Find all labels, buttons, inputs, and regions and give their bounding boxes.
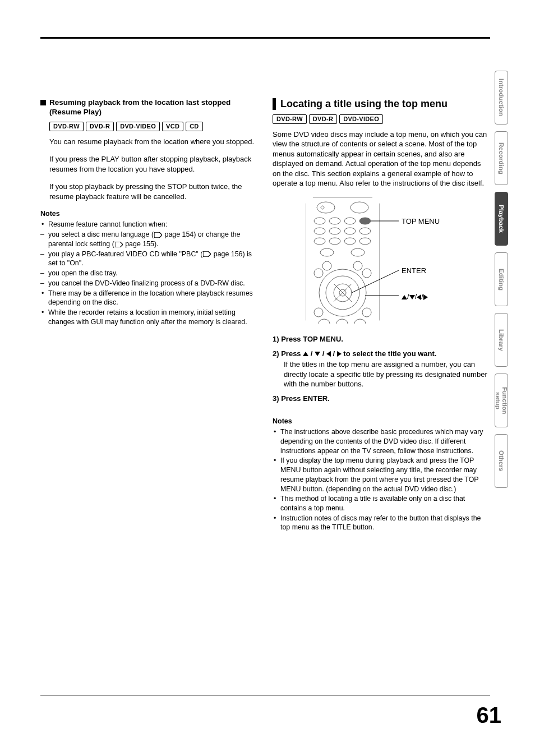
- note-text: There may be a difference in the locatio…: [48, 289, 253, 307]
- note-text: you cancel the DVD-Video finalizing proc…: [48, 279, 245, 287]
- note-item: If you display the top menu during playb…: [273, 456, 489, 494]
- note-item: Instruction notes of discs may refer to …: [273, 514, 489, 532]
- notes-heading-right: Notes: [273, 417, 489, 426]
- right-arrow-icon: [423, 294, 428, 300]
- svg-rect-1: [306, 197, 379, 326]
- step-2-lead: 2) Press: [273, 349, 303, 358]
- note-text: page 155).: [123, 240, 159, 248]
- label-arrows: ///: [402, 292, 428, 302]
- square-bullet-icon: [40, 100, 46, 105]
- right-arrow-icon: [337, 351, 342, 357]
- note-text: Instruction notes of discs may refer to …: [280, 514, 481, 532]
- down-arrow-icon: [315, 352, 320, 356]
- page-ref-icon: [154, 232, 162, 238]
- page-ref-icon: [203, 251, 211, 257]
- left-column: Resuming playback from the location last…: [40, 98, 257, 533]
- step-3: 3) Press ENTER.: [273, 394, 489, 404]
- right-column: Locating a title using the top menu DVD-…: [273, 98, 489, 533]
- step-2: 2) Press / / / to select the title you w…: [273, 349, 489, 389]
- notes-list-right: The instructions above describe basic pr…: [273, 427, 489, 532]
- step-2-line: 2) Press / / / to select the title you w…: [273, 349, 489, 359]
- resume-p3: If you stop playback by pressing the STO…: [49, 182, 257, 201]
- locating-title-badges: DVD-RW DVD-R DVD-VIDEO: [273, 114, 489, 124]
- note-text: While the recorder retains a location in…: [48, 308, 247, 326]
- section-bar-icon: [273, 98, 276, 110]
- page-top-rule: [40, 37, 490, 39]
- notes-list-left: Resume feature cannot function when: you…: [40, 220, 257, 326]
- resume-play-heading-row: Resuming playback from the location last…: [40, 98, 257, 117]
- step-1: 1) Press TOP MENU.: [273, 334, 489, 344]
- note-item: The instructions above describe basic pr…: [273, 427, 489, 455]
- tab-introduction[interactable]: Introduction: [495, 71, 508, 125]
- note-text: you open the disc tray.: [48, 269, 118, 277]
- up-arrow-icon: [303, 352, 308, 356]
- locating-title-heading-wrap: Locating a title using the top menu: [273, 98, 489, 110]
- note-item: you open the disc tray.: [40, 269, 257, 278]
- note-text: you select a disc menu language (: [48, 231, 154, 238]
- note-text: The instructions above describe basic pr…: [280, 428, 483, 454]
- remote-svg-icon: [301, 197, 480, 326]
- badge-dvdrw: DVD-RW: [273, 114, 307, 124]
- left-arrow-icon: [417, 294, 421, 300]
- left-arrow-icon: [326, 351, 331, 357]
- note-item: This method of locating a title is avail…: [273, 494, 489, 513]
- note-text: This method of locating a title is avail…: [280, 495, 465, 512]
- badge-dvdvideo: DVD-VIDEO: [339, 114, 383, 124]
- note-item: you play a PBC-featured VIDEO CD while "…: [40, 250, 257, 268]
- note-item: you select a disc menu language ( page 1…: [40, 230, 257, 248]
- up-arrow-icon: [402, 295, 407, 299]
- label-top-menu: TOP MENU: [402, 216, 440, 227]
- down-arrow-icon: [409, 295, 415, 299]
- remote-diagram: TOP MENU ENTER ///: [301, 197, 480, 326]
- note-item: you cancel the DVD-Video finalizing proc…: [40, 279, 257, 288]
- badge-vcd: VCD: [162, 122, 183, 131]
- step-2-tail: to select the title you want.: [342, 349, 437, 358]
- side-tabs: Introduction Recording Playback Editing …: [495, 71, 508, 488]
- footer-rule: [40, 695, 490, 695]
- badge-dvdr: DVD-R: [86, 122, 114, 131]
- step-3-line: 3) Press ENTER.: [273, 394, 489, 404]
- note-text: If you display the top menu during playb…: [280, 457, 478, 492]
- tab-library[interactable]: Library: [495, 313, 508, 367]
- notes-heading-left: Notes: [40, 209, 257, 219]
- note-item: There may be a difference in the locatio…: [40, 289, 257, 307]
- note-item: While the recorder retains a location in…: [40, 308, 257, 326]
- page-ref-icon: [115, 242, 123, 247]
- svg-point-8: [359, 218, 371, 224]
- badge-cd: CD: [186, 122, 203, 131]
- badge-dvdvideo: DVD-VIDEO: [116, 122, 160, 131]
- tab-recording[interactable]: Recording: [495, 131, 508, 185]
- locating-intro: Some DVD video discs may include a top m…: [273, 130, 489, 188]
- resume-play-badges: DVD-RW DVD-R DVD-VIDEO VCD CD: [49, 122, 257, 131]
- tab-others[interactable]: Others: [495, 434, 508, 488]
- label-enter: ENTER: [402, 266, 426, 276]
- badge-dvdrw: DVD-RW: [49, 122, 84, 131]
- locating-title-heading: Locating a title using the top menu: [280, 98, 448, 110]
- tab-function-setup[interactable]: Function setup: [495, 374, 508, 427]
- note-text: Resume feature cannot function when:: [48, 220, 167, 228]
- content-area: Resuming playback from the location last…: [40, 98, 489, 533]
- resume-p2: If you press the PLAY button after stopp…: [49, 154, 257, 174]
- step-2-body: If the titles in the top menu are assign…: [284, 359, 489, 389]
- note-item: Resume feature cannot function when:: [40, 220, 257, 229]
- resume-p1: You can resume playback from the locatio…: [49, 137, 257, 147]
- step-1-line: 1) Press TOP MENU.: [273, 334, 489, 344]
- badge-dvdr: DVD-R: [309, 114, 337, 124]
- tab-editing[interactable]: Editing: [495, 252, 508, 306]
- note-text: you play a PBC-featured VIDEO CD while "…: [48, 250, 202, 258]
- resume-play-heading: Resuming playback from the location last…: [49, 98, 257, 117]
- page-number: 61: [477, 703, 502, 728]
- tab-playback[interactable]: Playback: [495, 192, 508, 246]
